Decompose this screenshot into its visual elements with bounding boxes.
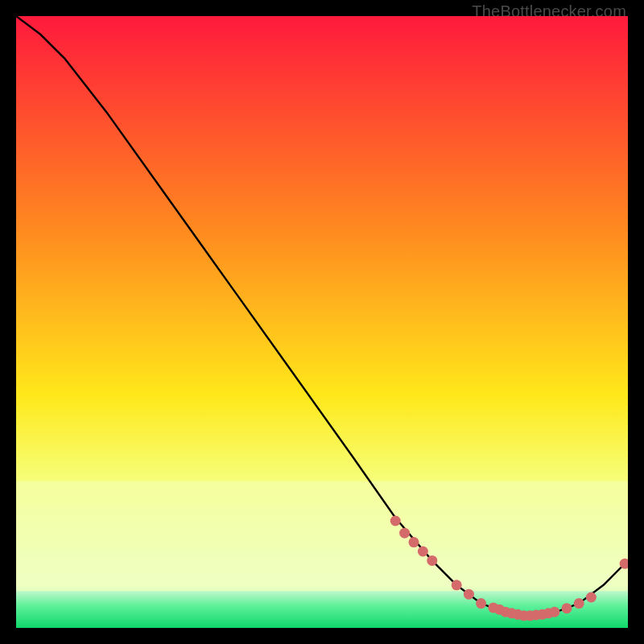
data-point (476, 598, 486, 609)
data-point (562, 603, 572, 613)
data-point (586, 592, 597, 603)
bottleneck-chart (16, 16, 628, 628)
data-point (452, 580, 462, 590)
data-point (549, 607, 559, 617)
data-point (418, 547, 428, 557)
data-point (427, 555, 437, 566)
chart-frame (16, 16, 628, 628)
data-point (409, 537, 419, 547)
green-band (16, 591, 628, 628)
data-point (464, 589, 474, 600)
data-point (390, 516, 401, 526)
data-point (574, 598, 584, 609)
data-point (399, 528, 410, 539)
pale-band (16, 481, 628, 592)
